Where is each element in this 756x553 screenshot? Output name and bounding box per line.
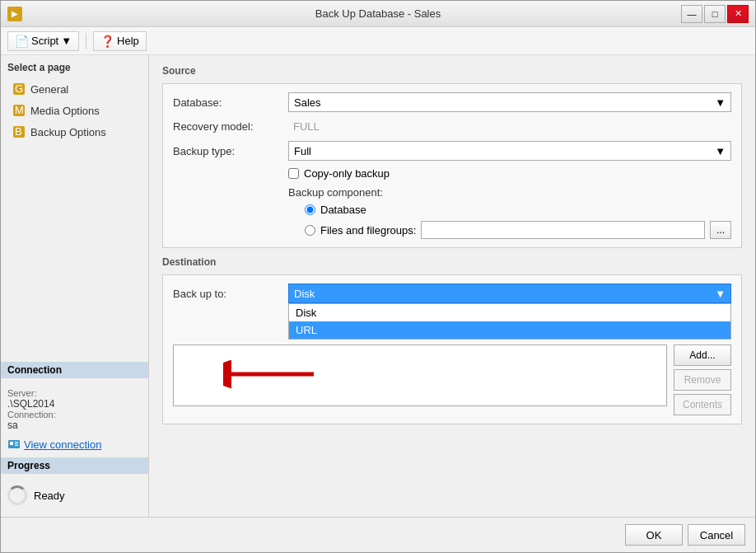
arrow-indicator [223, 349, 322, 399]
backup-type-dropdown-icon: ▼ [715, 145, 726, 157]
recovery-label: Recovery model: [173, 120, 288, 133]
backup-to-row: Back up to: Disk ▼ Disk [173, 284, 731, 303]
files-browse-button[interactable]: ... [710, 221, 731, 239]
sidebar-item-backup-options-label: Backup Options [30, 126, 106, 138]
backup-list-row: Add... Remove Contents [173, 344, 731, 415]
connection-label: Connection: [7, 410, 142, 419]
server-label: Server: [7, 388, 142, 398]
svg-text:B: B [15, 125, 22, 138]
back-up-to-wrapper: Disk ▼ Disk URL [288, 284, 731, 303]
database-select[interactable]: Sales ▼ [288, 92, 731, 112]
backup-type-select-wrapper: Full ▼ [288, 141, 731, 161]
copy-only-row: Copy-only backup [288, 167, 731, 180]
svg-rect-8 [15, 442, 18, 443]
remove-button[interactable]: Remove [674, 369, 731, 391]
connection-section-header: Connection [1, 362, 148, 378]
view-connection-label: View connection [24, 438, 101, 451]
script-icon: 📄 [15, 35, 29, 48]
database-select-wrapper: Sales ▼ [288, 92, 731, 112]
database-radio-label: Database [320, 204, 366, 216]
sidebar-item-media-options-label: Media Options [30, 105, 100, 117]
back-up-to-value: Disk [294, 288, 315, 300]
media-options-icon: M [12, 104, 26, 117]
files-input[interactable] [421, 221, 705, 239]
connection-value: sa [7, 419, 142, 431]
backup-dropdown-list: Disk URL [288, 303, 731, 340]
component-label: Backup component: [288, 186, 731, 199]
maximize-button[interactable]: □ [704, 5, 726, 23]
main-content: Select a page G General M Media Options … [1, 55, 755, 517]
back-up-to-select[interactable]: Disk ▼ [288, 284, 731, 303]
recovery-row: Recovery model: FULL [173, 119, 731, 134]
view-connection-icon [7, 438, 21, 451]
source-section: Source Database: Sales ▼ Recovery model: [162, 65, 742, 248]
backup-list-area [173, 344, 667, 406]
toolbar: 📄 Script ▼ ❓ Help [1, 27, 755, 55]
side-buttons: Add... Remove Contents [674, 344, 731, 415]
svg-text:G: G [15, 82, 23, 95]
help-button[interactable]: ❓ Help [93, 31, 147, 51]
copy-only-checkbox[interactable] [288, 168, 299, 179]
source-box: Database: Sales ▼ Recovery model: FULL [162, 83, 742, 248]
minimize-button[interactable]: — [681, 5, 702, 23]
progress-status: Ready [34, 490, 65, 502]
source-title: Source [162, 65, 742, 77]
progress-area: Ready [7, 480, 142, 510]
database-dropdown-icon: ▼ [715, 96, 726, 109]
database-row: Database: Sales ▼ [173, 92, 731, 112]
recovery-value: FULL [288, 119, 324, 134]
svg-rect-9 [15, 443, 18, 444]
progress-spinner [7, 485, 27, 505]
content-area: Source Database: Sales ▼ Recovery model: [149, 55, 755, 517]
view-connection-link[interactable]: View connection [7, 438, 142, 451]
back-up-to-dropdown-icon: ▼ [715, 288, 726, 300]
svg-rect-7 [10, 442, 13, 445]
window-title: Back Up Database - Sales [315, 7, 441, 20]
backup-type-select[interactable]: Full ▼ [288, 141, 731, 161]
add-button[interactable]: Add... [674, 344, 731, 366]
connection-info: Server: .\SQL2014 Connection: sa [7, 385, 142, 434]
close-button[interactable]: ✕ [727, 5, 749, 23]
backup-options-icon: B [12, 125, 26, 138]
backup-type-value: Full [294, 145, 311, 157]
dropdown-item-disk[interactable]: Disk [289, 304, 730, 321]
files-radio-label: Files and filegroups: [320, 224, 416, 237]
contents-button[interactable]: Contents [674, 394, 731, 415]
help-icon: ❓ [100, 35, 114, 48]
general-icon: G [12, 82, 26, 96]
sidebar-section-title: Select a page [7, 62, 142, 73]
svg-text:M: M [15, 104, 24, 116]
sidebar-item-general[interactable]: G General [7, 80, 142, 98]
database-radio[interactable] [305, 204, 315, 215]
progress-section-header: Progress [1, 457, 148, 474]
copy-only-label: Copy-only backup [304, 167, 390, 180]
server-value: .\SQL2014 [7, 398, 142, 410]
sidebar: Select a page G General M Media Options … [1, 55, 149, 517]
database-value: Sales [294, 96, 321, 109]
bottom-bar: OK Cancel [1, 517, 755, 552]
cancel-button[interactable]: Cancel [688, 524, 745, 546]
ok-button[interactable]: OK [625, 524, 683, 546]
script-label: Script [31, 35, 58, 47]
script-dropdown-icon: ▼ [61, 35, 72, 47]
sidebar-item-backup-options[interactable]: B Backup Options [7, 123, 142, 141]
destination-title: Destination [162, 256, 742, 268]
destination-section: Destination Back up to: Disk ▼ [162, 256, 742, 424]
files-radio[interactable] [305, 225, 315, 236]
destination-box: Back up to: Disk ▼ Disk [162, 274, 742, 424]
back-up-to-label: Back up to: [173, 288, 288, 300]
app-icon: ▶ [7, 7, 22, 21]
sidebar-item-general-label: General [30, 83, 68, 96]
backup-type-row: Backup type: Full ▼ [173, 141, 731, 161]
backup-type-label: Backup type: [173, 145, 288, 157]
main-window: ▶ Back Up Database - Sales — □ ✕ 📄 Scrip… [0, 0, 756, 553]
svg-rect-10 [15, 445, 18, 446]
files-radio-row: Files and filegroups: ... [305, 221, 731, 239]
database-label: Database: [173, 96, 288, 109]
script-button[interactable]: 📄 Script ▼ [7, 31, 79, 51]
sidebar-item-media-options[interactable]: M Media Options [7, 101, 142, 120]
dropdown-item-url[interactable]: URL [289, 321, 730, 339]
toolbar-separator [86, 33, 86, 49]
database-radio-row: Database [305, 204, 731, 216]
title-bar: ▶ Back Up Database - Sales — □ ✕ [1, 1, 755, 27]
